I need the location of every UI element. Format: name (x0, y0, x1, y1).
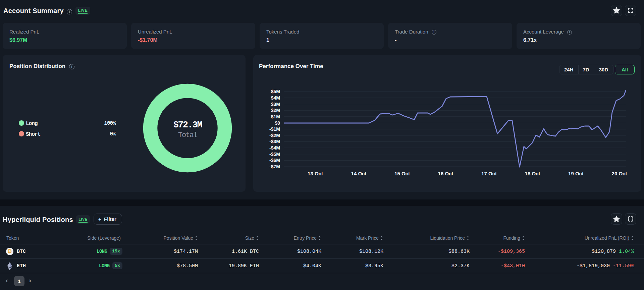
svg-text:$4M: $4M (271, 95, 280, 101)
svg-text:$2M: $2M (271, 108, 280, 113)
svg-text:-$4M: -$4M (269, 145, 280, 151)
svg-text:17 Oct: 17 Oct (481, 171, 497, 176)
svg-text:18 Oct: 18 Oct (525, 171, 540, 176)
svg-text:$3M: $3M (271, 102, 280, 107)
svg-text:13 Oct: 13 Oct (308, 171, 323, 176)
svg-text:$0: $0 (275, 120, 280, 126)
svg-text:-$2M: -$2M (269, 133, 280, 138)
svg-text:$1M: $1M (271, 114, 280, 119)
svg-text:20 Oct: 20 Oct (612, 171, 627, 176)
svg-text:15 Oct: 15 Oct (394, 171, 410, 176)
svg-text:-$5M: -$5M (269, 152, 280, 157)
svg-text:-$7M: -$7M (269, 164, 280, 169)
svg-text:-$1M: -$1M (269, 126, 280, 132)
svg-text:19 Oct: 19 Oct (568, 171, 584, 176)
svg-text:16 Oct: 16 Oct (438, 171, 453, 176)
svg-text:14 Oct: 14 Oct (351, 171, 367, 176)
svg-text:-$3M: -$3M (269, 139, 280, 144)
svg-text:-$6M: -$6M (269, 158, 280, 163)
svg-text:$5M: $5M (271, 89, 280, 94)
